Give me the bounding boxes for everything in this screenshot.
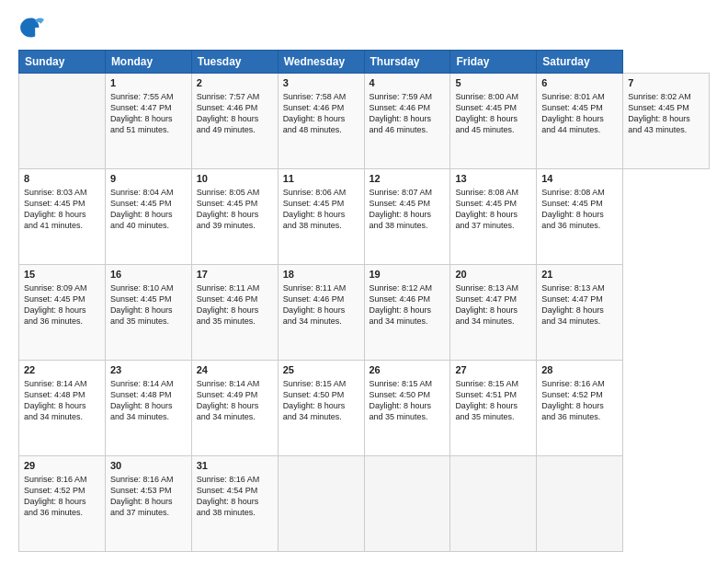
cell-line: Sunrise: 7:58 AM — [283, 91, 359, 102]
day-number: 27 — [455, 363, 531, 377]
cell-line: Sunset: 4:47 PM — [455, 293, 531, 304]
cell-line: Daylight: 8 hours — [283, 400, 359, 411]
cell-line: and 39 minutes. — [197, 220, 273, 231]
cell-line: and 35 minutes. — [455, 411, 531, 422]
cell-line: and 35 minutes. — [110, 316, 187, 327]
cell-content: 28Sunrise: 8:16 AMSunset: 4:52 PMDayligh… — [541, 363, 618, 422]
calendar-cell: 24Sunrise: 8:14 AMSunset: 4:49 PMDayligh… — [191, 361, 278, 456]
cell-line: Sunset: 4:45 PM — [541, 198, 618, 209]
cell-line: and 51 minutes. — [110, 124, 187, 135]
calendar-cell: 26Sunrise: 8:15 AMSunset: 4:50 PMDayligh… — [364, 361, 450, 456]
calendar-cell: 28Sunrise: 8:16 AMSunset: 4:52 PMDayligh… — [537, 361, 623, 456]
cell-line: Sunset: 4:46 PM — [370, 293, 446, 304]
cell-line: Sunrise: 8:16 AM — [110, 474, 187, 485]
cell-content: 7Sunrise: 8:02 AMSunset: 4:45 PMDaylight… — [628, 76, 704, 135]
calendar-cell: 22Sunrise: 8:14 AMSunset: 4:48 PMDayligh… — [19, 361, 106, 456]
cell-content: 1Sunrise: 7:55 AMSunset: 4:47 PMDaylight… — [110, 76, 187, 135]
cell-line: Daylight: 8 hours — [24, 304, 100, 316]
cell-line: Daylight: 8 hours — [110, 209, 187, 220]
cell-line: Sunset: 4:51 PM — [455, 389, 531, 400]
calendar-cell: 6Sunrise: 8:01 AMSunset: 4:45 PMDaylight… — [537, 74, 623, 169]
cell-line: Sunrise: 8:08 AM — [541, 187, 618, 198]
header-cell-thursday: Thursday — [364, 51, 450, 74]
cell-line: Sunset: 4:45 PM — [110, 293, 187, 304]
cell-line: Daylight: 8 hours — [197, 209, 273, 220]
cell-line: Sunset: 4:48 PM — [24, 389, 100, 400]
day-number: 14 — [541, 172, 618, 186]
day-number: 25 — [283, 363, 359, 377]
cell-line: Sunset: 4:49 PM — [197, 389, 273, 400]
day-number: 15 — [24, 268, 100, 282]
calendar-cell: 25Sunrise: 8:15 AMSunset: 4:50 PMDayligh… — [278, 361, 364, 456]
cell-line: Sunrise: 8:15 AM — [370, 378, 446, 389]
day-number: 10 — [197, 172, 273, 186]
day-number: 20 — [455, 268, 531, 282]
cell-line: Daylight: 8 hours — [110, 304, 187, 316]
cell-line: and 48 minutes. — [283, 124, 359, 135]
day-number: 18 — [283, 268, 359, 282]
cell-line: Sunset: 4:48 PM — [110, 389, 187, 400]
cell-line: Sunset: 4:50 PM — [283, 389, 359, 400]
calendar-cell — [537, 456, 623, 552]
cell-line: Sunrise: 8:11 AM — [197, 282, 273, 293]
cell-content: 31Sunrise: 8:16 AMSunset: 4:54 PMDayligh… — [197, 459, 273, 518]
cell-line: Sunrise: 8:09 AM — [24, 282, 100, 293]
cell-line: Daylight: 8 hours — [370, 209, 446, 220]
cell-content: 4Sunrise: 7:59 AMSunset: 4:46 PMDaylight… — [370, 76, 446, 135]
cell-content: 2Sunrise: 7:57 AMSunset: 4:46 PMDaylight… — [197, 76, 273, 135]
day-number: 16 — [110, 268, 187, 282]
day-number: 30 — [110, 459, 187, 473]
day-number: 24 — [197, 363, 273, 377]
cell-line: and 37 minutes. — [455, 220, 531, 231]
calendar-cell: 21Sunrise: 8:13 AMSunset: 4:47 PMDayligh… — [537, 265, 623, 361]
cell-line: Daylight: 8 hours — [455, 209, 531, 220]
cell-line: Daylight: 8 hours — [541, 113, 618, 124]
cell-line: Sunset: 4:46 PM — [283, 293, 359, 304]
cell-line: Sunrise: 8:04 AM — [110, 187, 187, 198]
cell-line: Sunrise: 7:57 AM — [197, 91, 273, 102]
cell-line: and 34 minutes. — [197, 411, 273, 422]
cell-line: and 46 minutes. — [370, 124, 446, 135]
cell-line: Sunrise: 8:00 AM — [455, 91, 531, 102]
day-number: 23 — [110, 363, 187, 377]
calendar-cell: 23Sunrise: 8:14 AMSunset: 4:48 PMDayligh… — [105, 361, 191, 456]
cell-line: Sunset: 4:46 PM — [370, 102, 446, 113]
day-number: 13 — [455, 172, 531, 186]
cell-content: 16Sunrise: 8:10 AMSunset: 4:45 PMDayligh… — [110, 268, 187, 327]
cell-line: Daylight: 8 hours — [283, 209, 359, 220]
cell-line: Sunset: 4:45 PM — [628, 102, 704, 113]
calendar-cell: 7Sunrise: 8:02 AMSunset: 4:45 PMDaylight… — [623, 74, 710, 169]
cell-line: and 34 minutes. — [283, 411, 359, 422]
header-cell-sunday: Sunday — [19, 51, 106, 74]
cell-line: Sunrise: 8:13 AM — [455, 282, 531, 293]
header-cell-monday: Monday — [105, 51, 191, 74]
day-number: 9 — [110, 172, 187, 186]
cell-line: Sunrise: 8:07 AM — [370, 187, 446, 198]
cell-line: and 34 minutes. — [283, 316, 359, 327]
week-row-1: 1Sunrise: 7:55 AMSunset: 4:47 PMDaylight… — [19, 74, 710, 169]
calendar-cell: 13Sunrise: 8:08 AMSunset: 4:45 PMDayligh… — [450, 169, 537, 265]
cell-line: Sunrise: 8:12 AM — [370, 282, 446, 293]
cell-line: Sunset: 4:46 PM — [197, 102, 273, 113]
day-number: 1 — [110, 76, 187, 90]
cell-line: Sunset: 4:45 PM — [283, 198, 359, 209]
cell-line: Sunset: 4:46 PM — [197, 293, 273, 304]
cell-line: Daylight: 8 hours — [24, 400, 100, 411]
cell-line: and 38 minutes. — [283, 220, 359, 231]
cell-line: and 37 minutes. — [110, 507, 187, 518]
cell-line: Daylight: 8 hours — [110, 113, 187, 124]
cell-line: Sunrise: 8:15 AM — [455, 378, 531, 389]
cell-content: 15Sunrise: 8:09 AMSunset: 4:45 PMDayligh… — [24, 268, 100, 327]
cell-line: Sunset: 4:45 PM — [455, 102, 531, 113]
cell-line: Daylight: 8 hours — [110, 400, 187, 411]
cell-line: and 36 minutes. — [541, 411, 618, 422]
cell-line: Daylight: 8 hours — [110, 496, 187, 507]
cell-line: Daylight: 8 hours — [455, 113, 531, 124]
day-number: 26 — [370, 363, 446, 377]
cell-line: and 41 minutes. — [24, 220, 100, 231]
cell-line: Daylight: 8 hours — [541, 400, 618, 411]
cell-line: and 36 minutes. — [24, 507, 100, 518]
cell-line: Sunset: 4:45 PM — [455, 198, 531, 209]
cell-line: Sunrise: 8:14 AM — [24, 378, 100, 389]
calendar-cell: 29Sunrise: 8:16 AMSunset: 4:52 PMDayligh… — [19, 456, 106, 552]
